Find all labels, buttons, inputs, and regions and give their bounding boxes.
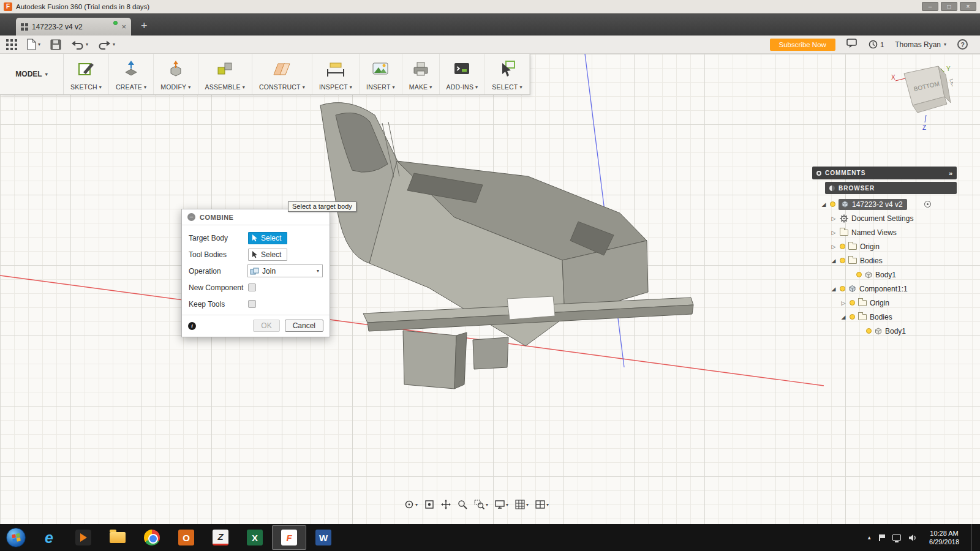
taskbar-z-app[interactable]: Z [203,525,238,550]
data-panel-grid-icon[interactable] [6,39,17,50]
visibility-bulb-icon[interactable] [840,258,845,263]
taskbar-clock[interactable]: 10:28 AM 6/29/2018 [924,529,964,546]
expander-icon[interactable]: ◢ [831,258,837,264]
grid-settings-button[interactable]: ▾ [515,500,529,509]
taskbar-outlook[interactable]: O [169,525,203,550]
tree-item-bodies2[interactable]: ◢ Bodies [817,310,957,324]
ribbon-group-construct[interactable]: CONSTRUCT▾ [252,54,312,94]
maximize-button[interactable]: □ [941,2,957,11]
taskbar-chrome[interactable] [135,525,169,550]
visibility-bulb-icon[interactable] [840,286,845,291]
file-menu-button[interactable]: ▾ [27,39,40,50]
action-center-icon[interactable] [879,534,885,541]
window-zoom-button[interactable]: ▾ [474,500,488,509]
visibility-bulb-icon[interactable] [850,314,855,320]
visibility-bulb-icon[interactable] [830,201,835,207]
word-icon: W [315,530,331,545]
pan-button[interactable] [441,500,451,509]
expander-icon[interactable]: ◢ [821,201,827,208]
ribbon-group-insert[interactable]: INSERT▾ [360,54,402,94]
chevron-down-icon[interactable]: ▾ [86,42,88,47]
expander-icon[interactable]: ▷ [831,230,837,236]
tree-item-body1b[interactable]: Body1 [817,324,957,338]
orbit-button[interactable]: ▾ [404,500,418,509]
ribbon-group-create[interactable]: CREATE▾ [109,54,154,94]
undo-button[interactable]: ▾ [71,39,88,50]
save-button[interactable] [50,39,61,50]
3d-model-body[interactable] [320,103,693,389]
tree-item-origin[interactable]: ▷ Origin [817,239,957,253]
visibility-bulb-icon[interactable] [850,300,855,305]
zoom-button[interactable] [458,500,467,509]
workspace-switcher[interactable]: MODEL ▾ [0,54,64,94]
visibility-bulb-icon[interactable] [840,244,845,249]
cancel-button[interactable]: Cancel [285,320,323,332]
taskbar-fusion360[interactable]: F [272,525,306,550]
taskbar-internet-explorer[interactable]: e [32,525,66,550]
expander-icon[interactable]: ◢ [831,286,837,292]
tree-item-root[interactable]: ◢ 147223-2 v4 v2 [817,197,957,211]
visibility-bulb-icon[interactable] [856,272,862,277]
new-component-checkbox[interactable] [248,283,256,291]
ribbon-group-assemble[interactable]: ASSEMBLE▾ [198,54,252,94]
document-tab[interactable]: 147223-2 v4 v2 × [16,18,131,36]
user-menu[interactable]: Thomas Ryan ▾ [895,40,946,49]
taskbar-word[interactable]: W [306,525,341,550]
expander-icon[interactable]: ◢ [840,314,846,320]
show-desktop-button[interactable] [971,524,975,551]
ribbon-group-modify[interactable]: MODIFY▾ [154,54,198,94]
expander-icon[interactable]: ▷ [831,244,837,250]
keep-tools-checkbox[interactable] [248,300,256,308]
tab-close-icon[interactable]: × [121,23,126,31]
ok-button[interactable]: OK [253,320,279,332]
ribbon-group-add-ins[interactable]: ADD-INS▾ [440,54,486,94]
tool-bodies-select-button[interactable]: Select [248,249,287,261]
ribbon-group-make[interactable]: MAKE▾ [402,54,440,94]
start-button[interactable] [0,528,32,547]
ribbon-group-select[interactable]: SELECT▾ [485,54,529,94]
quick-access-toolbar: ▾ ▾ ▾ Subscribe Now 1 Thomas Ryan ▾ [0,36,980,54]
info-icon[interactable]: i [188,322,196,330]
taskbar-media-player[interactable] [66,525,100,550]
activate-component-radio[interactable] [924,201,931,208]
job-status-button[interactable]: 1 [869,40,884,49]
view-cube[interactable]: X Y Z BOTTOM LEFT [889,60,953,135]
tree-item-document-settings[interactable]: ▷ Document Settings [817,211,957,225]
tree-item-named-views[interactable]: ▷ Named Views [817,225,957,239]
redo-button[interactable]: ▾ [98,39,115,50]
collapse-icon[interactable]: – [187,213,195,221]
ribbon-group-inspect[interactable]: INSPECT▾ [312,54,360,94]
network-icon[interactable] [892,534,901,541]
chevron-down-icon[interactable]: ▾ [113,42,115,47]
taskbar-excel[interactable]: X [238,525,272,550]
help-button[interactable]: ? [957,39,968,50]
tree-item-bodies[interactable]: ◢ Bodies [817,253,957,268]
viewports-button[interactable]: ▾ [535,500,549,509]
close-button[interactable]: × [960,2,976,11]
selected-root-item[interactable]: 147223-2 v4 v2 [839,199,907,210]
visibility-bulb-icon[interactable] [866,328,872,334]
tree-item-body1[interactable]: Body1 [817,268,957,282]
new-component-label: New Component [189,283,248,292]
tree-item-origin2[interactable]: ▷ Origin [817,296,957,310]
minimize-button[interactable]: – [922,2,938,11]
target-body-select-button[interactable]: Select [248,232,287,244]
browser-panel-header[interactable]: BROWSER [825,182,957,194]
feedback-bubble-icon[interactable] [846,39,858,50]
show-hidden-icons-button[interactable]: ▲ [867,535,872,541]
new-tab-button[interactable]: + [141,20,148,32]
comments-panel-header[interactable]: COMMENTS » [812,167,957,179]
expander-icon[interactable]: ▷ [831,216,837,222]
look-at-button[interactable] [424,500,434,509]
expander-icon[interactable]: ▷ [840,300,846,306]
subscribe-now-button[interactable]: Subscribe Now [770,39,835,51]
tree-item-component1[interactable]: ◢ Component1:1 [817,282,957,296]
volume-icon[interactable] [908,534,917,542]
ribbon-group-sketch[interactable]: SKETCH▾ [64,54,109,94]
axis-z-label: Z [922,124,926,131]
collapse-panel-icon[interactable]: » [949,170,952,177]
display-settings-button[interactable]: ▾ [495,500,508,509]
operation-dropdown[interactable]: Join ▾ [247,264,323,277]
viewport-canvas[interactable]: X Y Z BOTTOM LEFT ▾ [0,54,980,524]
taskbar-file-explorer[interactable] [100,525,135,550]
